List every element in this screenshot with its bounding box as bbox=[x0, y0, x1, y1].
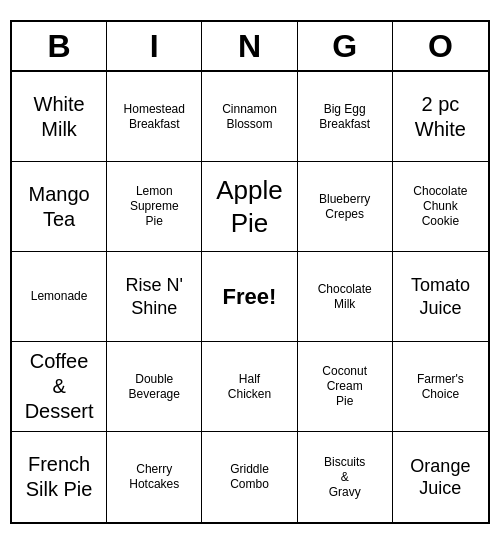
bingo-cell: Apple Pie bbox=[202, 162, 297, 252]
bingo-grid: White MilkHomestead BreakfastCinnamon Bl… bbox=[12, 72, 488, 522]
bingo-cell: Mango Tea bbox=[12, 162, 107, 252]
bingo-cell: Homestead Breakfast bbox=[107, 72, 202, 162]
header-letter: O bbox=[393, 22, 488, 70]
bingo-header: BINGO bbox=[12, 22, 488, 72]
bingo-cell: Coffee & Dessert bbox=[12, 342, 107, 432]
bingo-cell: Chocolate Milk bbox=[298, 252, 393, 342]
bingo-cell: French Silk Pie bbox=[12, 432, 107, 522]
bingo-cell: Cherry Hotcakes bbox=[107, 432, 202, 522]
bingo-cell: Free! bbox=[202, 252, 297, 342]
bingo-cell: Double Beverage bbox=[107, 342, 202, 432]
bingo-cell: Tomato Juice bbox=[393, 252, 488, 342]
header-letter: B bbox=[12, 22, 107, 70]
bingo-cell: Griddle Combo bbox=[202, 432, 297, 522]
bingo-card: BINGO White MilkHomestead BreakfastCinna… bbox=[10, 20, 490, 524]
bingo-cell: 2 pc White bbox=[393, 72, 488, 162]
bingo-cell: Half Chicken bbox=[202, 342, 297, 432]
header-letter: G bbox=[298, 22, 393, 70]
bingo-cell: Blueberry Crepes bbox=[298, 162, 393, 252]
bingo-cell: Farmer's Choice bbox=[393, 342, 488, 432]
bingo-cell: Biscuits & Gravy bbox=[298, 432, 393, 522]
bingo-cell: Lemonade bbox=[12, 252, 107, 342]
bingo-cell: Orange Juice bbox=[393, 432, 488, 522]
bingo-cell: White Milk bbox=[12, 72, 107, 162]
bingo-cell: Chocolate Chunk Cookie bbox=[393, 162, 488, 252]
bingo-cell: Coconut Cream Pie bbox=[298, 342, 393, 432]
bingo-cell: Rise N' Shine bbox=[107, 252, 202, 342]
header-letter: I bbox=[107, 22, 202, 70]
header-letter: N bbox=[202, 22, 297, 70]
bingo-cell: Big Egg Breakfast bbox=[298, 72, 393, 162]
bingo-cell: Lemon Supreme Pie bbox=[107, 162, 202, 252]
bingo-cell: Cinnamon Blossom bbox=[202, 72, 297, 162]
